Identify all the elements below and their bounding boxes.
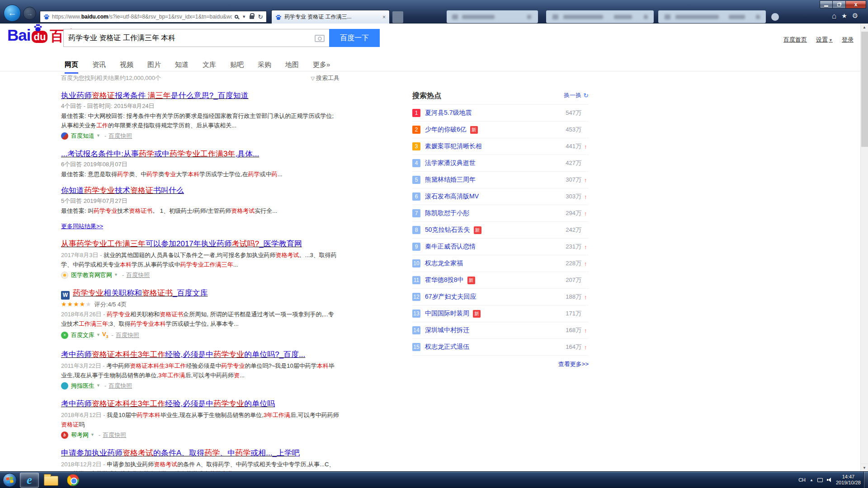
new-tab-button[interactable] bbox=[392, 11, 403, 23]
rank-badge: 7 bbox=[412, 209, 420, 217]
result-title-link[interactable]: 考中药师资格证本科生3年工作经验,必须是中药学专业的单位吗 bbox=[61, 399, 340, 409]
hot-topic-link[interactable]: 少年的你破6亿 bbox=[425, 126, 467, 134]
forward-button[interactable]: → bbox=[23, 7, 36, 20]
clock[interactable]: 14:472019/10/28 bbox=[836, 474, 861, 486]
browser-tab[interactable]: 药学专业 资格证 工作满三... × bbox=[271, 10, 390, 23]
hot-topic-link[interactable]: 素媛案罪犯清晰长相 bbox=[425, 142, 482, 150]
tab-资讯[interactable]: 资讯 bbox=[92, 61, 106, 74]
favorites-star-icon[interactable]: ★ bbox=[841, 12, 847, 21]
tab-title: 药学专业 资格证 工作满三... bbox=[284, 13, 380, 21]
result-title-link[interactable]: 考中药师资格证本科生3年工作经验,必须是中药学专业的单位吗?_百度... bbox=[61, 349, 340, 360]
hot-topic-link[interactable]: 陈凯歌怼于小彤 bbox=[425, 209, 469, 217]
baidu-search-button[interactable]: 百度一下 bbox=[329, 29, 380, 47]
baidu-snapshot-link[interactable]: 百度快照 bbox=[116, 331, 139, 339]
source-name-link[interactable]: 医学教育网官网 bbox=[71, 271, 112, 279]
scrollbar-thumb[interactable] bbox=[861, 32, 868, 147]
hot-search-more-link[interactable]: 查看更多>> bbox=[558, 360, 589, 368]
page-scrollbar[interactable]: ▲ ▼ bbox=[860, 23, 868, 471]
baidu-snapshot-link[interactable]: 百度快照 bbox=[126, 271, 150, 279]
system-tray: CH ▲ 14:472019/10/28 bbox=[798, 472, 861, 488]
hot-search-refresh[interactable]: 换一换↻ bbox=[564, 91, 589, 99]
heat-value: 453万 bbox=[566, 126, 581, 134]
hot-topic-link[interactable]: 67岁产妇丈夫回应 bbox=[425, 293, 476, 301]
rank-badge: 5 bbox=[412, 176, 420, 184]
tab-地图[interactable]: 地图 bbox=[285, 61, 299, 74]
hot-topic-link[interactable]: 夏河县5.7级地震 bbox=[425, 109, 472, 117]
settings-gear-icon[interactable]: ⚙ bbox=[852, 12, 858, 21]
chevron-down-icon[interactable]: ▼ bbox=[242, 14, 246, 19]
taskbar-internet-explorer[interactable]: e bbox=[20, 473, 39, 488]
hot-topic-link[interactable]: 秦牛正威否认恋情 bbox=[425, 243, 476, 251]
hot-topic-link[interactable]: 法学家潘汉典逝世 bbox=[425, 159, 476, 167]
show-desktop-button[interactable] bbox=[863, 472, 868, 488]
result-snippet: 2011年3月22日 - 考中药师资格证本科生3年工作经验必须是中药学专业的单位… bbox=[61, 361, 340, 380]
baidu-snapshot-link[interactable]: 百度快照 bbox=[103, 431, 126, 439]
hot-topic-link[interactable]: 50克拉钻石丢失 bbox=[425, 226, 470, 234]
chevron-down-icon[interactable]: ▼ bbox=[90, 431, 94, 439]
hidden-icons-arrow[interactable]: ▲ bbox=[810, 478, 813, 482]
link-baidu-home[interactable]: 百度首页 bbox=[783, 36, 807, 44]
taskbar-chrome[interactable] bbox=[63, 473, 82, 488]
result-title-link[interactable]: 执业药师资格证报考条件 满三年是什么意思?_百度知道 bbox=[61, 90, 340, 101]
baidu-paw-icon bbox=[33, 23, 43, 32]
tab-贴吧[interactable]: 贴吧 bbox=[230, 61, 244, 74]
baidu-snapshot-link[interactable]: 百度快照 bbox=[108, 132, 132, 140]
link-login[interactable]: 登录 bbox=[842, 36, 854, 44]
search-input[interactable] bbox=[63, 29, 329, 47]
minimize-button[interactable] bbox=[820, 0, 833, 9]
source-name-link[interactable]: 百度知道 bbox=[71, 132, 94, 140]
source-name-link[interactable]: 百度文库 bbox=[71, 331, 94, 339]
source-name-link[interactable]: 拇指医生 bbox=[71, 382, 94, 389]
close-button[interactable]: x bbox=[846, 0, 866, 9]
result-title-link[interactable]: 申请参加执业药师资格考试的条件A、取得药学、中药学或相..._上学吧 bbox=[61, 448, 340, 459]
tab-文库[interactable]: 文库 bbox=[203, 61, 216, 74]
result-title-link[interactable]: 你知道药学专业技术资格证书叫什么 bbox=[61, 185, 340, 196]
network-icon[interactable] bbox=[817, 478, 823, 482]
language-indicator[interactable]: CH bbox=[798, 477, 806, 483]
source-name-link[interactable]: 帮考网 bbox=[71, 431, 89, 439]
chevron-down-icon[interactable]: ▼ bbox=[96, 132, 100, 140]
home-icon[interactable]: ⌂ bbox=[832, 12, 836, 21]
tab-知道[interactable]: 知道 bbox=[175, 61, 189, 74]
volume-icon[interactable] bbox=[827, 478, 832, 482]
hot-topic-link[interactable]: 中国国际时装周 bbox=[425, 310, 469, 318]
search-icon[interactable] bbox=[235, 15, 238, 19]
tab-采购[interactable]: 采购 bbox=[258, 61, 271, 74]
result-title-link[interactable]: W药学专业相关职称和资格证书_百度文库 bbox=[61, 288, 340, 300]
camera-icon[interactable] bbox=[315, 35, 325, 42]
result-title-link[interactable]: 从事药学专业工作满三年可以参加2017年执业药师考试吗?_医学教育网 bbox=[61, 239, 340, 249]
hot-topic-link[interactable]: 滚石发布高清版MV bbox=[425, 192, 479, 201]
close-tab-icon[interactable]: × bbox=[382, 14, 386, 20]
tab-网页[interactable]: 网页 bbox=[65, 61, 78, 74]
med-site-icon bbox=[61, 272, 68, 279]
back-button[interactable]: ← bbox=[4, 5, 21, 22]
tab-视频[interactable]: 视频 bbox=[120, 61, 133, 74]
chevron-down-icon[interactable]: ▼ bbox=[96, 331, 100, 339]
hot-topic-link[interactable]: 熊黛林结婚三周年 bbox=[425, 176, 476, 184]
restore-button[interactable] bbox=[833, 0, 846, 9]
hot-topic-link[interactable]: 深圳城中村拆迁 bbox=[425, 326, 469, 334]
address-bar[interactable]: https://www.baidu.com/s?ie=utf-8&f=8&rsv… bbox=[40, 11, 267, 23]
link-settings[interactable]: 设置▼ bbox=[816, 36, 833, 44]
hot-topic-link[interactable]: 权志龙全家福 bbox=[425, 259, 463, 267]
search-tools[interactable]: ▽搜索工具 bbox=[311, 74, 340, 82]
tab-更多»[interactable]: 更多» bbox=[313, 61, 330, 74]
tab-图片[interactable]: 图片 bbox=[147, 61, 161, 74]
taskbar-file-explorer[interactable] bbox=[42, 473, 61, 488]
hot-search-item: 1夏河县5.7级地震547万↑ bbox=[412, 105, 589, 122]
baidu-snapshot-link[interactable]: 百度快照 bbox=[108, 382, 132, 389]
start-button[interactable] bbox=[3, 473, 17, 487]
result-snippet: 2018年6月26日 - 药学专业相关职称和资格证书众所周知, 所谓的证书都是通… bbox=[61, 310, 340, 328]
scroll-up-arrow[interactable]: ▲ bbox=[861, 23, 868, 31]
refresh-icon[interactable]: ↻ bbox=[258, 14, 263, 20]
hot-topic-link[interactable]: 权志龙正式退伍 bbox=[425, 343, 469, 351]
hot-search-item: 4法学家潘汉典逝世427万↑ bbox=[412, 155, 589, 172]
chevron-down-icon[interactable]: ▼ bbox=[96, 382, 100, 389]
result-title-link[interactable]: ...考试报名条件中:从事药学或中药学专业工作满3年,具体... bbox=[61, 149, 340, 160]
hot-topic-link[interactable]: 霍华德8投8中 bbox=[425, 276, 464, 284]
more-same-site-results-link[interactable]: 更多同站结果>> bbox=[61, 222, 103, 230]
lock-icon bbox=[250, 15, 254, 19]
chevron-down-icon[interactable]: ▼ bbox=[114, 271, 118, 279]
result-meta: 6个回答 2019年08月07日 bbox=[61, 160, 340, 168]
scroll-down-arrow[interactable]: ▼ bbox=[861, 464, 868, 471]
